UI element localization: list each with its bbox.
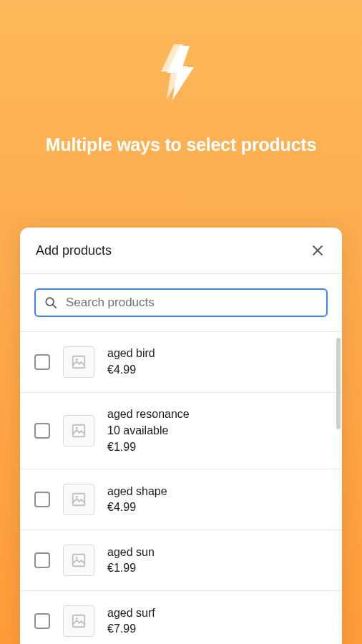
close-button[interactable] (309, 242, 326, 259)
product-thumbnail (63, 545, 94, 576)
image-placeholder-icon (71, 492, 87, 507)
image-placeholder-icon (71, 613, 87, 629)
product-checkbox[interactable] (34, 354, 50, 370)
image-placeholder-icon (71, 552, 87, 568)
hero-title: Multiple ways to select products (0, 133, 362, 157)
search-input[interactable] (66, 296, 318, 310)
search-box[interactable] (34, 288, 328, 317)
product-price: €4.99 (107, 363, 155, 378)
product-name: aged sun (107, 545, 155, 560)
product-name: aged surf (107, 606, 155, 621)
search-wrapper (20, 274, 342, 331)
product-row[interactable]: aged bird €4.99 (20, 332, 342, 393)
add-products-modal: Add products aged bird €4.99 (20, 228, 342, 644)
svg-rect-10 (73, 555, 85, 567)
svg-point-7 (76, 427, 78, 429)
product-info: aged sun €1.99 (107, 545, 155, 577)
product-thumbnail (63, 346, 94, 378)
product-price: €4.99 (107, 500, 167, 515)
product-thumbnail (63, 605, 94, 637)
image-placeholder-icon (71, 354, 87, 370)
product-thumbnail (63, 415, 94, 447)
product-info: aged bird €4.99 (107, 346, 155, 378)
product-name: aged resonance (107, 407, 190, 422)
product-availability: 10 available (107, 424, 190, 439)
product-checkbox[interactable] (34, 613, 50, 629)
product-row[interactable]: aged sun €1.99 (20, 530, 342, 591)
product-info: aged resonance 10 available €1.99 (107, 407, 190, 454)
modal-title: Add products (36, 243, 112, 258)
product-price: €1.99 (107, 561, 155, 576)
product-price: €1.99 (107, 440, 190, 455)
svg-line-3 (53, 305, 56, 308)
svg-rect-12 (73, 615, 85, 628)
product-name: aged shape (107, 484, 167, 499)
product-price: €7.99 (107, 622, 155, 637)
product-name: aged bird (107, 346, 155, 361)
product-list: aged bird €4.99 aged resonance 10 availa… (20, 331, 342, 644)
svg-point-2 (46, 298, 54, 306)
modal-header: Add products (20, 228, 342, 274)
image-placeholder-icon (71, 423, 87, 439)
svg-point-9 (76, 496, 78, 498)
product-checkbox[interactable] (34, 492, 50, 507)
product-row[interactable]: aged surf €7.99 (20, 591, 342, 644)
product-info: aged surf €7.99 (107, 606, 155, 638)
product-thumbnail (63, 484, 94, 515)
close-icon (310, 243, 326, 258)
product-row[interactable]: aged resonance 10 available €1.99 (20, 393, 342, 469)
svg-rect-4 (73, 356, 85, 369)
hero-section: Multiple ways to select products (0, 0, 362, 157)
svg-rect-6 (73, 425, 85, 437)
scrollbar[interactable] (336, 338, 341, 429)
search-icon (44, 296, 57, 309)
svg-point-13 (76, 618, 78, 620)
lightning-icon (160, 44, 202, 104)
product-checkbox[interactable] (34, 552, 50, 568)
product-row[interactable]: aged shape €4.99 (20, 469, 342, 530)
svg-point-11 (76, 557, 78, 559)
product-info: aged shape €4.99 (107, 484, 167, 516)
svg-rect-8 (73, 494, 85, 506)
product-checkbox[interactable] (34, 423, 50, 439)
svg-point-5 (76, 358, 78, 361)
